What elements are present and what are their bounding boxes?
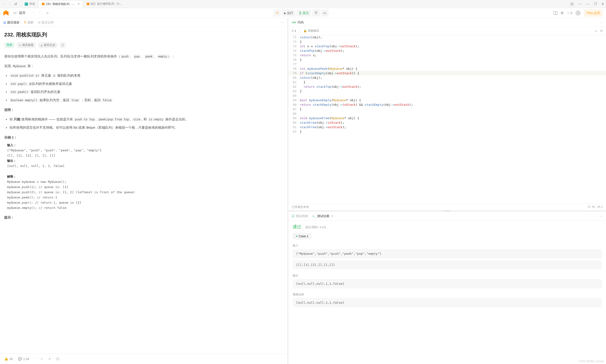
panel-more-icon[interactable]: ⋯ [280,21,284,24]
runtime-info: 执行用时: 4 ms [305,225,326,229]
star-button[interactable]: ☆ [40,357,43,361]
code-line[interactable]: 74stackPop(obj->outStack); [289,49,606,53]
code-line[interactable]: 81 } [289,80,606,84]
code-line[interactable]: 80in2out(obj); [289,76,606,80]
browser-tab[interactable]: 作业 [21,0,38,8]
minimize-button[interactable]: — [586,2,589,6]
settings-icon[interactable] [561,11,564,15]
tag-icon [19,43,21,47]
note-op1: push to top [74,117,96,121]
tab-result-label: 测试结果 [317,214,330,218]
code-content: stackPop(obj->outStack); [300,49,344,53]
related-companies-chip[interactable]: 相关企业 [38,42,57,48]
streak-count: 0 [570,11,572,15]
maximize-button[interactable]: ❐ [594,2,597,6]
like-count: 1K [9,357,13,361]
code-line[interactable]: 92} [289,129,606,134]
line-number: 81 [289,80,300,84]
timer-button[interactable]: ⏱ [312,10,320,16]
chevron-right-icon[interactable]: 〉 [39,11,42,15]
code-line[interactable]: 84 [289,93,606,98]
more-icon[interactable]: ⋯ [578,2,581,6]
code-line[interactable]: 91stackFree(obj->outStack); [289,125,606,129]
like-button[interactable]: 👍 1K [4,357,13,361]
code-line[interactable]: 82 return stackTop(obj->outStack); [289,84,606,89]
methods-list: void push(int x) 将元素 x 推到队列的末尾int pop() … [4,72,283,103]
code-more-icon[interactable]: ⋯ [599,21,603,24]
horizontal-splitter[interactable] [289,210,606,212]
case-pill[interactable]: Case 1 [293,233,312,239]
code-line[interactable]: 89void myQueueFree(MyQueue* obj) { [289,116,606,120]
streak-counter[interactable]: 0 [567,11,572,15]
problems-link[interactable]: 题库 〈 〉 ⤭ [13,11,49,15]
code-line[interactable]: 88 [289,111,606,116]
submit-button[interactable]: 提交 [296,10,311,16]
code-line[interactable]: 78int myQueuePeek(MyQueue* obj) { [289,66,606,71]
close-tab-icon[interactable]: ✕ [77,2,80,6]
run-button[interactable]: 运行 [282,10,296,16]
layout-icon[interactable] [553,11,557,15]
code-line[interactable]: 75return x; [289,53,606,57]
hint-heading: 提示： [4,215,14,219]
cursor-position: 行 79，列 1 [588,205,603,209]
description-body[interactable]: 232. 用栈实现队列 简单 相关标签 相关企业 A 请你仅使用两个栈实现先入先… [0,27,287,354]
smart-mode[interactable]: 🔒 智能模式 [303,29,319,33]
tab-description[interactable]: ▤题目描述 [3,20,19,25]
close-window-button[interactable]: ✕ [602,2,604,6]
premium-button[interactable]: ✦ [274,10,281,16]
tab-testcase[interactable]: ☑测试用例 [292,214,308,218]
related-tags-chip[interactable]: 相关标签 [17,42,36,48]
code-line[interactable]: 79if (stackEmpty(obj->outStack)) { [289,71,606,76]
back-button[interactable]: ← [2,2,5,6]
code-content: bool myQueueEmpty(MyQueue* obj) { [300,98,361,103]
browser-tab[interactable]: 622. 设计循环队列 - 力扣 (LeetC… [83,0,128,8]
tab-code[interactable]: </>代码 [292,20,303,25]
code-line[interactable]: 72} [289,39,606,44]
line-number: 72 [289,39,300,44]
forward-button[interactable]: → [8,2,11,6]
language-select[interactable]: C ▾ [292,29,296,33]
op-pop: pop [133,54,141,58]
status-dot-icon [296,235,297,237]
comment-button[interactable]: 💬 1.1K [18,357,30,361]
shuffle-icon[interactable]: ⤭ [46,11,49,15]
code-line[interactable]: 73int x = stackTop(obj->outStack); [289,44,606,49]
reload-button[interactable]: ↺ [14,2,17,6]
description-footer: 👍 1K 💬 1.1K ☆ ↗ ⓘ [0,354,287,364]
line-number: 89 [289,116,300,120]
note-button[interactable]: ▭ [321,10,329,16]
code-line[interactable]: 76} [289,57,606,62]
globe-icon[interactable] [570,2,574,6]
code-line[interactable]: 87} [289,107,606,111]
plus-button[interactable]: Plus 会员 [584,10,603,16]
result-body[interactable]: 通过 执行用时: 4 ms Case 1 输入 ["MyQueue","push… [289,221,606,364]
browser-tab[interactable]: 232. 用栈实现队列 - 力扣 (L…✕ [38,0,83,8]
share-button[interactable]: ↗ [48,357,51,361]
code-line[interactable]: 83} [289,89,606,93]
tab-title: 622. 设计循环队列 - 力扣 (LeetC… [91,2,125,6]
code-line[interactable]: 90stackFree(obj->inStack); [289,120,606,125]
leetcode-logo[interactable] [3,10,9,16]
chevron-left-icon[interactable]: 〈 [32,11,35,15]
output-box: [null,null,null,1,1,false] [293,279,602,288]
code-line[interactable]: 77 [289,62,606,66]
result-more-icon[interactable]: ⋯ [599,214,603,218]
code-line[interactable]: 85bool myQueueEmpty(MyQueue* obj) { [289,98,606,103]
tab-history[interactable]: ◷提交记录 [38,20,54,25]
code-editor[interactable]: 71in2out(obj);72}73int x = stackTop(obj-… [289,35,606,204]
tab-solution[interactable]: ⚗题解 [24,20,34,25]
close-result-icon[interactable]: ✕ [331,215,333,218]
feedback-button[interactable]: ⓘ [56,357,59,361]
doc-icon: ▤ [3,21,6,24]
tab-testcase-label: 测试用例 [296,214,308,218]
reset-icon[interactable]: ↻ [600,29,603,33]
code-line[interactable]: 86return stackEmpty(obj->inStack) && sta… [289,103,606,107]
code-tabs: </>代码 ⋯ [289,18,606,27]
code-line[interactable]: 71in2out(obj); [289,35,606,39]
bookmark-icon[interactable]: ▭ [594,29,597,33]
font-size-chip[interactable]: A [59,42,66,48]
avatar[interactable] [576,10,581,16]
code-content: } [300,57,302,62]
tab-result[interactable]: >_测试结果✕ [312,214,333,218]
favicon-icon [25,2,28,6]
